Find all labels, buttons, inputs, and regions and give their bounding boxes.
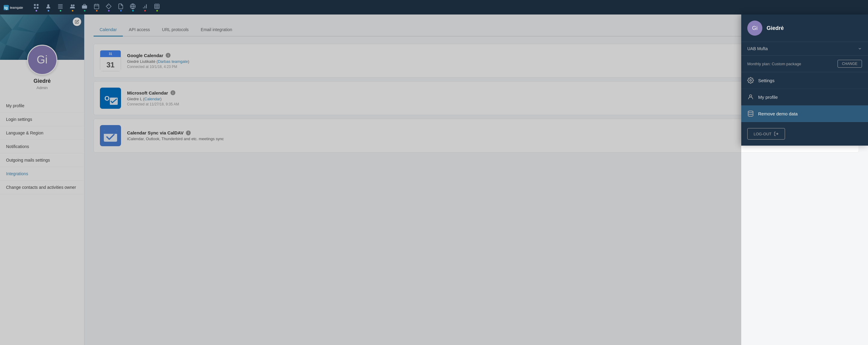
svg-rect-6 <box>37 7 39 8</box>
svg-point-50 <box>749 95 751 97</box>
change-plan-button[interactable]: CHANGE <box>838 60 862 68</box>
svg-rect-8 <box>58 4 63 5</box>
document-nav-icon[interactable] <box>118 3 124 11</box>
my-profile-menu-label: My profile <box>758 94 778 100</box>
list-nav-icon[interactable] <box>57 3 63 11</box>
plan-text: Monthly plan: Custom package <box>747 62 801 66</box>
logout-icon <box>774 132 779 136</box>
remove-demo-menu-item[interactable]: Remove demo data <box>741 106 868 122</box>
calendar-nav-icon[interactable] <box>94 3 100 11</box>
svg-point-7 <box>48 4 50 6</box>
right-panel-avatar: Gi <box>747 21 763 36</box>
svg-rect-9 <box>58 5 63 6</box>
svg-rect-14 <box>82 5 87 8</box>
svg-point-12 <box>71 4 73 6</box>
svg-rect-15 <box>94 4 99 9</box>
my-profile-menu-item[interactable]: My profile <box>741 89 868 106</box>
profile-icon <box>747 94 754 100</box>
svg-rect-25 <box>155 4 159 8</box>
svg-rect-4 <box>37 4 39 6</box>
right-panel: Gi Giedrė UAB Mufta Monthly plan: Custom… <box>741 15 868 146</box>
tag-nav-icon[interactable] <box>105 3 112 11</box>
overlay[interactable] <box>0 15 741 345</box>
logout-button[interactable]: LOG-OUT <box>747 128 785 140</box>
svg-point-49 <box>750 80 751 81</box>
people-nav-icon[interactable] <box>69 3 75 11</box>
topbar-nav <box>30 3 868 11</box>
settings-icon <box>747 77 754 84</box>
settings-menu-label: Settings <box>758 78 774 83</box>
contacts-nav-icon[interactable] <box>45 3 51 11</box>
svg-text:tg: tg <box>4 6 8 10</box>
company-name: UAB Mufta <box>747 46 768 51</box>
database-icon <box>747 110 754 117</box>
svg-rect-10 <box>58 7 63 7</box>
globe-nav-icon[interactable] <box>130 3 136 11</box>
dashboard-nav-icon[interactable] <box>33 3 39 11</box>
right-panel-name: Giedrė <box>767 25 784 31</box>
settings-menu-item[interactable]: Settings <box>741 72 868 89</box>
svg-point-51 <box>748 111 753 113</box>
svg-rect-11 <box>58 8 63 8</box>
chart-nav-icon[interactable] <box>142 3 148 11</box>
topbar: tg teamgate <box>0 0 868 15</box>
grid-nav-icon[interactable] <box>154 3 160 11</box>
svg-rect-3 <box>34 4 36 6</box>
right-panel-company: UAB Mufta <box>741 42 868 56</box>
company-chevron-icon <box>858 47 862 51</box>
remove-demo-menu-label: Remove demo data <box>758 111 798 116</box>
svg-point-19 <box>107 5 108 6</box>
logo[interactable]: tg teamgate <box>0 4 30 10</box>
svg-point-13 <box>73 4 74 6</box>
right-panel-footer: LOG-OUT <box>741 122 868 146</box>
right-panel-header: Gi Giedrė <box>741 15 868 42</box>
svg-rect-5 <box>34 7 36 8</box>
briefcase-nav-icon[interactable] <box>82 3 88 11</box>
right-panel-plan: Monthly plan: Custom package CHANGE <box>741 56 868 72</box>
svg-text:teamgate: teamgate <box>10 6 23 9</box>
